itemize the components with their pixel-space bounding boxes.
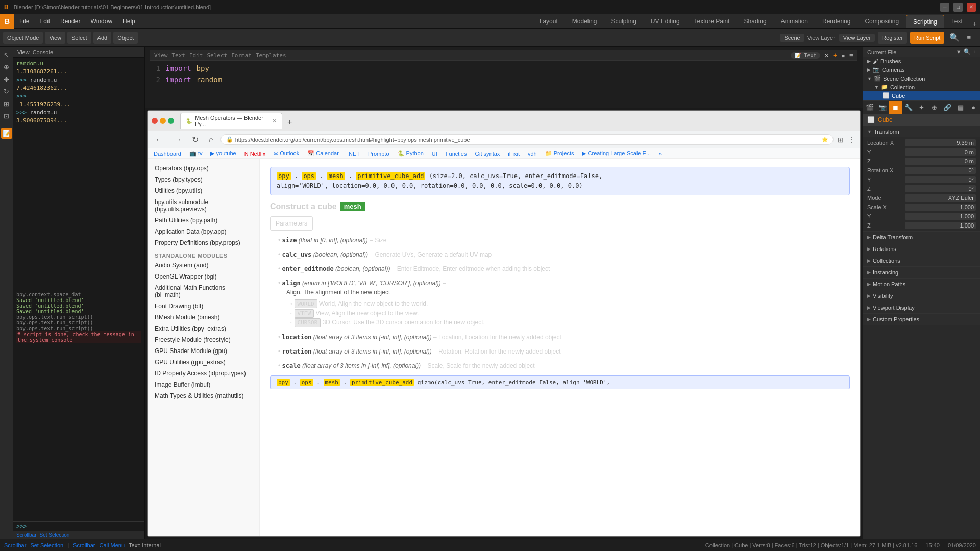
tab-sculpting[interactable]: Sculpting [604, 15, 643, 28]
prop-icon-modifier[interactable]: 🔧 [902, 101, 915, 114]
tab-uv-editing[interactable]: UV Editing [644, 15, 687, 28]
bookmark-vdh[interactable]: vdh [526, 150, 539, 157]
sidebar-item-blf[interactable]: Font Drawing (blf) [148, 300, 259, 312]
outliner-filter-btn[interactable]: ▼ [956, 48, 962, 55]
outliner-add-btn[interactable]: + [973, 48, 976, 55]
run-script-btn[interactable]: Run Script [910, 32, 944, 44]
text-editor-format[interactable]: Format [231, 52, 252, 59]
add-text-tab[interactable]: + [833, 51, 837, 59]
browser-close-btn[interactable] [152, 118, 158, 124]
val-scale-y[interactable]: 1.000 [905, 213, 976, 220]
object-mode-btn[interactable]: Object Mode [3, 32, 43, 44]
home-btn[interactable]: ⌂ [205, 134, 217, 146]
bookmark-projects[interactable]: 📁 Projects [543, 149, 576, 157]
browser-tab-active[interactable]: 🐍 Mesh Operators — Blender Py... ✕ [180, 113, 282, 129]
toolbar-transform[interactable]: ⊡ [1, 110, 12, 121]
status-scrollbar2[interactable]: Scrollbar [73, 542, 95, 548]
sidebar-item-types[interactable]: Types (bpy.types) [148, 174, 259, 185]
object-btn[interactable]: Object [113, 32, 138, 44]
val-location-y[interactable]: 0 m [905, 148, 976, 156]
sidebar-item-mathutils[interactable]: Math Types & Utilities (mathutils) [148, 390, 259, 402]
outliner-cube[interactable]: ⬜ Cube [863, 91, 980, 100]
prop-icon-renderlayer[interactable]: 📷 [876, 101, 889, 114]
bookmark-ui[interactable]: UI [430, 150, 439, 157]
bookmark-iFixit[interactable]: iFixit [506, 150, 522, 157]
status-set-selection[interactable]: Set Selection [30, 542, 63, 548]
status-scrollbar[interactable]: Scrollbar [4, 542, 26, 548]
sidebar-item-idprop[interactable]: ID Property Access (idprop.types) [148, 368, 259, 379]
filter-icon[interactable]: ≡ [965, 34, 973, 41]
sidebar-item-gpuextras[interactable]: GPU Utilities (gpu_extras) [148, 357, 259, 368]
url-bar[interactable]: 🔒 https://docs.blender.org/api/current/b… [220, 134, 834, 145]
text-file-tab[interactable]: 📝 Text [791, 52, 820, 59]
browser-add-tab-btn[interactable]: + [283, 116, 296, 129]
select-btn[interactable]: Select [67, 32, 91, 44]
prop-icon-material[interactable]: ● [967, 101, 980, 114]
text-editor-edit[interactable]: Edit [189, 52, 203, 59]
bookmark-prompto[interactable]: Prompto [366, 150, 391, 157]
view-menu-btn[interactable]: View [17, 49, 30, 55]
outliner-brushes[interactable]: ▶ 🖌 Brushes [863, 57, 980, 65]
toolbar-script[interactable]: 📝 [1, 128, 12, 139]
browser-minimize-btn[interactable] [160, 118, 166, 124]
sidebar-item-bgl[interactable]: OpenGL Wrapper (bgl) [148, 271, 259, 282]
close-text-tab[interactable]: ✕ [824, 51, 828, 59]
bookmark-netflix[interactable]: N Netflix [242, 150, 268, 157]
view-btn[interactable]: View [45, 32, 65, 44]
val-mode[interactable]: XYZ Euler [905, 194, 976, 202]
tab-rendering[interactable]: Rendering [815, 15, 857, 28]
visibility-header[interactable]: ▶ Visibility [863, 290, 980, 302]
text-editor-select[interactable]: Select [207, 52, 228, 59]
browser-maximize-btn[interactable] [168, 118, 174, 124]
menu-file[interactable]: File [14, 14, 34, 29]
bookmark-dashboard[interactable]: Dashboard [152, 150, 183, 157]
register-btn[interactable]: Register [878, 32, 907, 44]
text-editor-icon2[interactable]: ≡ [849, 52, 853, 59]
toolbar-scale[interactable]: ⊞ [1, 98, 12, 109]
text-editor-text-menu[interactable]: Text [172, 52, 186, 59]
relations-header[interactable]: ▶ Relations [863, 243, 980, 255]
sidebar-item-blmath[interactable]: Additional Math Functions (bl_math) [148, 282, 259, 300]
bookmark-net[interactable]: .NET [345, 150, 362, 157]
bookmark-outlook[interactable]: ✉ Outlook [272, 149, 301, 157]
tab-text[interactable]: Text [944, 15, 970, 28]
outliner-cameras[interactable]: ▶ 📷 Cameras [863, 65, 980, 74]
bookmark-python[interactable]: 🐍 Python [396, 149, 426, 157]
bookmark-creating[interactable]: ▶ Creating Large-Scale E... [580, 149, 653, 157]
back-btn[interactable]: ← [152, 134, 167, 146]
close-btn[interactable]: ✕ [967, 3, 976, 12]
add-workspace-btn[interactable]: + [970, 20, 980, 28]
text-editor-icon1[interactable]: ▪ [841, 52, 845, 59]
console-btn[interactable]: Console [33, 49, 53, 55]
tab-texture-paint[interactable]: Texture Paint [687, 15, 737, 28]
toolbar-rotate[interactable]: ↻ [1, 86, 12, 97]
url-star[interactable]: ⭐ [822, 137, 828, 142]
view-layer-value[interactable]: View Layer [839, 34, 875, 42]
reload-btn[interactable]: ↻ [188, 133, 202, 146]
tab-scripting[interactable]: Scripting [906, 15, 944, 28]
collections-header[interactable]: ▶ Collections [863, 255, 980, 266]
sidebar-item-props[interactable]: Property Definitions (bpy.props) [148, 237, 259, 248]
delta-transform-header[interactable]: ▶ Delta Transform [863, 232, 980, 243]
transform-header[interactable]: ▼ Transform [863, 126, 980, 137]
minimize-btn[interactable]: ─ [940, 3, 949, 12]
toolbar-move[interactable]: ✥ [1, 73, 12, 85]
extensions-btn[interactable]: ⊞ [837, 135, 845, 145]
val-rotation-x[interactable]: 0° [905, 167, 976, 174]
val-rotation-z[interactable]: 0° [905, 185, 976, 192]
toolbar-cursor[interactable]: ⊕ [1, 61, 12, 72]
prop-icon-scene[interactable]: 🎬 [863, 101, 876, 114]
menu-help[interactable]: Help [117, 14, 140, 29]
menu-btn[interactable]: ⋮ [847, 135, 856, 145]
tab-shading[interactable]: Shading [737, 15, 774, 28]
val-location-z[interactable]: 0 m [905, 158, 976, 165]
motion-paths-header[interactable]: ▶ Motion Paths [863, 279, 980, 290]
maximize-btn[interactable]: □ [953, 3, 963, 12]
text-editor-view[interactable]: View [154, 52, 168, 59]
tab-modeling[interactable]: Modeling [565, 15, 604, 28]
bookmark-youtube[interactable]: ▶ youtube [208, 149, 238, 157]
set-selection-btn[interactable]: Set Selection [39, 532, 69, 538]
sidebar-item-bmesh[interactable]: BMesh Module (bmesh) [148, 312, 259, 323]
text-editor-templates[interactable]: Templates [256, 52, 286, 59]
header-scene[interactable]: Scene [780, 34, 804, 42]
